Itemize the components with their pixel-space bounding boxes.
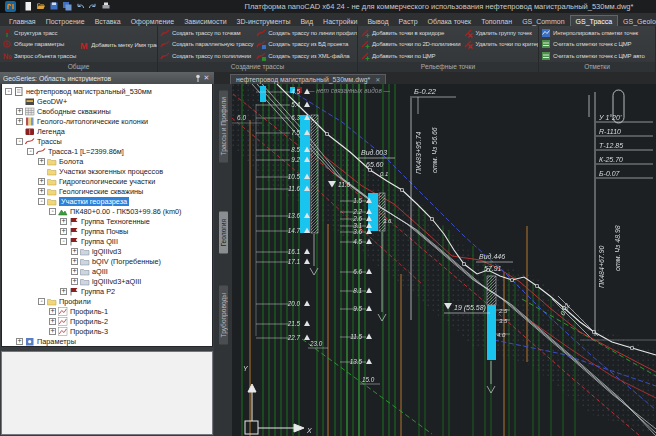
side-tab-Геология[interactable]: Геология bbox=[219, 212, 228, 254]
ribbon-button[interactable]: Добавить точки в коридоре bbox=[360, 27, 460, 39]
ribbon-button[interactable]: Создать параллельную трассу bbox=[160, 39, 253, 51]
expand-icon[interactable]: + bbox=[60, 288, 67, 295]
cad-label: отм. Чз 56.66 bbox=[431, 127, 438, 173]
tree-item[interactable]: +Свободные скважины bbox=[2, 106, 212, 116]
ribbon-button[interactable]: Удалить группу точек bbox=[463, 27, 539, 39]
cad-label: 6.0 bbox=[237, 114, 246, 121]
collapse-icon[interactable]: - bbox=[27, 148, 34, 155]
collapse-icon[interactable]: - bbox=[5, 88, 12, 95]
tree-item[interactable]: -Участки георазреза bbox=[2, 196, 212, 206]
tree-item[interactable]: +Группа P2 bbox=[2, 286, 212, 296]
ribbon-tab-Зависимости[interactable]: Зависимости bbox=[179, 16, 231, 26]
ribbon-tab-Оформление[interactable]: Оформление bbox=[126, 16, 179, 26]
ribbon-button[interactable]: Добавить точки по ЦМР bbox=[360, 50, 460, 62]
tree-item[interactable]: Участки экзогенных процессов bbox=[2, 166, 212, 176]
document-tab[interactable]: нефтепровод магистральный_530мм.dwg* ✕ bbox=[230, 74, 386, 84]
ribbon-button[interactable]: Считать отметки точек с ЦМР авто bbox=[541, 50, 645, 62]
ribbon-tab-GS_Трасса[interactable]: GS_Трасса bbox=[570, 15, 619, 26]
expand-icon[interactable]: + bbox=[16, 118, 23, 125]
save-icon[interactable] bbox=[49, 1, 60, 12]
tree-item[interactable]: +Профиль-1 bbox=[2, 306, 212, 316]
drawing-canvas[interactable]: — нет связанных видов —Б-0.22Вид.00365.6… bbox=[232, 84, 656, 436]
ribbon-tab-Топоплан[interactable]: Топоплан bbox=[476, 16, 517, 26]
new-document-icon[interactable] bbox=[23, 1, 34, 12]
redo-icon[interactable] bbox=[88, 1, 99, 12]
expand-icon[interactable]: + bbox=[60, 218, 67, 225]
expand-icon[interactable]: + bbox=[60, 228, 67, 235]
close-panel-icon[interactable]: ✕ bbox=[202, 74, 211, 83]
expand-icon[interactable]: + bbox=[49, 328, 56, 335]
ribbon-button[interactable]: Структура трасс bbox=[2, 27, 76, 39]
ribbon-tab-Вставка[interactable]: Вставка bbox=[90, 16, 126, 26]
tree-item[interactable]: -Трассы bbox=[2, 136, 212, 146]
ribbon-button[interactable]: Создать трассу по полилинии bbox=[160, 50, 253, 62]
ribbon-tab-Построение[interactable]: Построение bbox=[41, 16, 90, 26]
tree-item[interactable]: +lgQIIIvd3 bbox=[2, 246, 212, 256]
ribbon-button[interactable]: №Запрос объекта трассы bbox=[2, 50, 76, 62]
tree-item[interactable]: -Группа QIII bbox=[2, 236, 212, 246]
ribbon-button[interactable]: Общие параметры bbox=[2, 39, 76, 51]
expand-icon[interactable]: + bbox=[71, 248, 78, 255]
collapse-icon[interactable]: - bbox=[38, 198, 45, 205]
ribbon-tab-GS_Common[interactable]: GS_Common bbox=[517, 16, 569, 26]
tree-item[interactable]: +Группа Почвы bbox=[2, 226, 212, 236]
tree-item[interactable]: +bQIV (Погребенные) bbox=[2, 256, 212, 266]
tree-item[interactable]: +Профиль-3 bbox=[2, 326, 212, 336]
ribbon-tab-Растр[interactable]: Растр bbox=[394, 16, 423, 26]
pin-icon[interactable] bbox=[193, 74, 202, 83]
expand-icon[interactable]: + bbox=[38, 178, 45, 185]
undo-icon[interactable] bbox=[75, 1, 86, 12]
print-icon[interactable] bbox=[101, 1, 112, 12]
collapse-icon[interactable]: - bbox=[49, 208, 56, 215]
ribbon-tab-Настройки[interactable]: Настройки bbox=[318, 16, 362, 26]
open-icon[interactable] bbox=[36, 1, 47, 12]
ribbon-button[interactable]: Считать отметки точек с ЦМР bbox=[541, 39, 645, 51]
expand-icon[interactable]: + bbox=[49, 308, 56, 315]
side-tab-Трассы и Профили[interactable]: Трассы и Профили bbox=[219, 90, 228, 162]
tree-item[interactable]: +Болота bbox=[2, 156, 212, 166]
tree-item[interactable]: -Профили bbox=[2, 296, 212, 306]
collapse-icon[interactable]: - bbox=[60, 238, 67, 245]
tree-item[interactable]: Легенда bbox=[2, 126, 212, 136]
tree-item[interactable]: +aQIII bbox=[2, 266, 212, 276]
tree-item[interactable]: +lgQIIIvd3+aQIII bbox=[2, 276, 212, 286]
tree-item[interactable]: +Гидрогеологические участки bbox=[2, 176, 212, 186]
ribbon-tab-Облака точек[interactable]: Облака точек bbox=[423, 16, 477, 26]
tree-item[interactable]: +Геолого-литологические колонки bbox=[2, 116, 212, 126]
tree-item[interactable]: -ПК480+0.00 - ПК503+99.86 (km0) bbox=[2, 206, 212, 216]
expand-icon[interactable]: + bbox=[16, 108, 23, 115]
tree-item[interactable]: +Параметры bbox=[2, 336, 212, 346]
tree-item[interactable]: +Геологические скважины bbox=[2, 186, 212, 196]
ribbon-tab-Вывод[interactable]: Вывод bbox=[362, 16, 393, 26]
expand-icon[interactable]: + bbox=[71, 258, 78, 265]
ribbon-tab-3D-инструменты[interactable]: 3D-инструменты bbox=[232, 16, 296, 26]
ribbon-button[interactable]: Удалить точки по критериям bbox=[463, 39, 539, 51]
tree-item[interactable]: +Профиль-2 bbox=[2, 316, 212, 326]
tree-item[interactable]: GeoDW+ bbox=[2, 96, 212, 106]
expand-icon[interactable]: + bbox=[38, 188, 45, 195]
expand-icon[interactable]: + bbox=[71, 278, 78, 285]
ribbon-button[interactable]: Добавить точки по 2D-полилинии bbox=[360, 39, 460, 51]
close-document-icon[interactable]: ✕ bbox=[375, 76, 380, 83]
expand-icon[interactable]: + bbox=[38, 158, 45, 165]
ribbon-button[interactable]: Создать трассу из БД проекта bbox=[256, 39, 358, 51]
ribbon-button[interactable]: Создать трассу по линии профиля bbox=[256, 27, 358, 39]
ribbon-button[interactable]: Создать трассу из XML-файла bbox=[256, 50, 358, 62]
collapse-icon[interactable]: - bbox=[38, 298, 45, 305]
tree-item[interactable]: -нефтепровод магистральный_530мм bbox=[2, 86, 212, 96]
side-tab-Трубопроводы[interactable]: Трубопроводы bbox=[219, 286, 228, 345]
tree-item[interactable]: +Группа Техногенные bbox=[2, 216, 212, 226]
ribbon-button[interactable]: Создать трассу по точкам bbox=[160, 27, 253, 39]
ribbon-button[interactable]: Интерполировать отметки точек bbox=[541, 27, 645, 39]
expand-icon[interactable]: + bbox=[71, 268, 78, 275]
ribbon-tab-GS_Geology[interactable]: GS_Geology bbox=[618, 16, 656, 26]
ribbon-tab-Вид[interactable]: Вид bbox=[295, 16, 318, 26]
expand-icon[interactable]: + bbox=[49, 318, 56, 325]
ribbon-button-label: Удалить группу точек bbox=[475, 30, 531, 36]
ribbon-tab-Главная[interactable]: Главная bbox=[4, 16, 41, 26]
tree-item[interactable]: -Трасса-1 [L=2399.86м] bbox=[2, 146, 212, 156]
expand-icon[interactable]: + bbox=[16, 338, 23, 345]
save-all-icon[interactable] bbox=[62, 1, 73, 12]
collapse-icon[interactable]: - bbox=[16, 138, 23, 145]
ribbon-button[interactable]: MДобавить метку Имя трассы bbox=[79, 39, 158, 51]
